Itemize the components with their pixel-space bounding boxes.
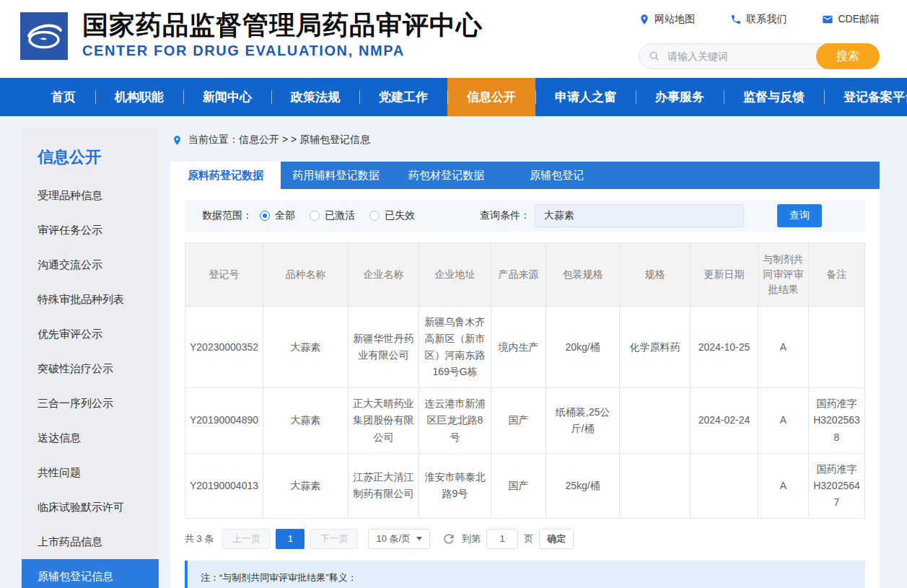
nav-item-party-building[interactable]: 党建工作 xyxy=(359,78,447,116)
contact-us-link-label: 联系我们 xyxy=(746,13,786,26)
cell-update-date xyxy=(691,453,758,518)
breadcrumb: 当前位置：信息公开 > > 原辅包登记信息 xyxy=(172,133,880,147)
content-panel: 数据范围： 全部 已激活 已失效 查询条件： xyxy=(170,189,880,588)
col-update-date: 更新日期 xyxy=(691,243,758,307)
table-row: Y20230000352 大蒜素 新疆华世丹药业有限公司 新疆乌鲁木齐高新区（新… xyxy=(185,307,865,388)
col-registration-no: 登记号 xyxy=(185,243,263,307)
site-header: 国家药品监督管理局药品审评中心 CENTER FOR DRUG EVALUATI… xyxy=(0,0,907,78)
cell-spec xyxy=(620,388,691,453)
tab-raw-excipient-packaging[interactable]: 原辅包登记 xyxy=(501,162,612,189)
nav-item-news[interactable]: 新闻中心 xyxy=(183,78,271,116)
header-search: 搜索 xyxy=(639,43,880,69)
col-company-address: 企业地址 xyxy=(419,243,491,307)
site-search-button[interactable]: 搜索 xyxy=(816,43,880,69)
page-size-value: 10 条/页 xyxy=(376,532,411,545)
page-size-select[interactable]: 10 条/页 xyxy=(368,529,430,549)
cell-update-date: 2024-02-24 xyxy=(691,388,758,453)
sidebar-item-marketed-drugs[interactable]: 上市药品信息 xyxy=(22,525,159,559)
cell-product-source: 境内生产 xyxy=(491,307,546,388)
cell-registration-no: Y20190004890 xyxy=(185,388,263,453)
cell-company-address: 连云港市新浦区巨龙北路8号 xyxy=(419,388,491,453)
col-product-name: 品种名称 xyxy=(263,243,349,307)
sidebar-item-review-tasks[interactable]: 审评任务公示 xyxy=(22,213,159,247)
sitemap-link-label: 网站地图 xyxy=(654,13,695,26)
goto-confirm-button[interactable]: 确定 xyxy=(539,529,574,549)
cell-remarks: 国药准字H32025647 xyxy=(809,453,865,518)
content: 当前位置：信息公开 > > 原辅包登记信息 原料药登记数据 药用辅料登记数据 药… xyxy=(170,128,880,588)
sidebar-item-three-in-one-sequence[interactable]: 三合一序列公示 xyxy=(22,386,159,421)
nav-item-organization[interactable]: 机构职能 xyxy=(95,78,183,116)
cell-joint-review-result: A xyxy=(758,307,809,388)
cde-mail-link[interactable]: CDE邮箱 xyxy=(822,13,880,26)
sidebar-item-accepted-products[interactable]: 受理品种信息 xyxy=(22,178,159,213)
radio-all-label: 全部 xyxy=(275,209,295,222)
radio-activated[interactable]: 已激活 xyxy=(310,209,355,222)
sidebar-item-common-issues[interactable]: 共性问题 xyxy=(22,455,159,490)
sidebar-item-clinical-trial-license[interactable]: 临床试验默示许可 xyxy=(22,490,159,525)
radio-all[interactable]: 全部 xyxy=(260,209,295,222)
location-pin-icon xyxy=(172,134,183,146)
cell-product-name: 大蒜素 xyxy=(263,307,349,388)
header-right: 网站地图 联系我们 CDE邮箱 搜索 xyxy=(639,12,880,69)
col-packaging-spec: 包装规格 xyxy=(546,243,620,307)
cell-joint-review-result: A xyxy=(758,453,809,518)
nav-item-policies[interactable]: 政策法规 xyxy=(271,78,359,116)
sidebar-title: 信息公开 xyxy=(22,128,159,178)
radio-expired[interactable]: 已失效 xyxy=(369,209,415,222)
breadcrumb-text: 当前位置：信息公开 > > 原辅包登记信息 xyxy=(188,133,370,146)
pagination: 共 3 条 上一页 1 下一页 10 条/页 到第 页 确定 xyxy=(185,529,865,549)
goto-page-input[interactable] xyxy=(486,529,518,549)
radio-dot-icon xyxy=(369,211,380,221)
radio-expired-label: 已失效 xyxy=(385,209,415,222)
cell-spec: 化学原料药 xyxy=(620,307,691,388)
main-nav: 首页 机构职能 新闻中心 政策法规 党建工作 信息公开 申请人之窗 办事服务 监… xyxy=(0,78,907,116)
nav-item-info-disclosure[interactable]: 信息公开 xyxy=(447,78,535,116)
cell-update-date: 2024-10-25 xyxy=(691,307,758,388)
nav-item-registration-platform[interactable]: 登记备案平台 xyxy=(824,78,907,116)
nav-item-home[interactable]: 首页 xyxy=(32,78,95,116)
nav-item-applicant-window[interactable]: 申请人之窗 xyxy=(535,78,636,116)
sitemap-link[interactable]: 网站地图 xyxy=(639,13,695,26)
sidebar-item-communication[interactable]: 沟通交流公示 xyxy=(22,247,159,282)
tab-packaging-registration[interactable]: 药包材登记数据 xyxy=(391,162,501,189)
prev-page-button[interactable]: 上一页 xyxy=(222,529,270,549)
sidebar-item-special-approval-list[interactable]: 特殊审批品种列表 xyxy=(22,282,159,317)
cell-company-name: 新疆华世丹药业有限公司 xyxy=(349,307,419,388)
sidebar-item-delivery-info[interactable]: 送达信息 xyxy=(22,421,159,455)
sidebar-item-priority-review[interactable]: 优先审评公示 xyxy=(22,317,159,351)
col-remarks: 备注 xyxy=(809,243,865,307)
cell-remarks: 国药准字H32025638 xyxy=(809,388,865,453)
nav-item-services[interactable]: 办事服务 xyxy=(636,78,724,116)
query-input[interactable] xyxy=(535,204,744,227)
col-product-source: 产品来源 xyxy=(491,243,546,307)
query-button[interactable]: 查询 xyxy=(777,204,822,227)
query-label: 查询条件： xyxy=(480,209,530,222)
cell-company-address: 淮安市韩泰北路9号 xyxy=(419,453,491,518)
sidebar-item-breakthrough-therapy[interactable]: 突破性治疗公示 xyxy=(22,351,159,386)
page-number-1[interactable]: 1 xyxy=(276,529,304,549)
contact-us-link[interactable]: 联系我们 xyxy=(730,13,786,26)
next-page-button[interactable]: 下一页 xyxy=(310,529,358,549)
sidebar-item-raw-excipient-packaging[interactable]: 原辅包登记信息 xyxy=(22,559,159,588)
tab-api-registration[interactable]: 原料药登记数据 xyxy=(170,162,281,189)
cell-joint-review-result: A xyxy=(758,388,809,453)
nav-item-supervision-feedback[interactable]: 监督与反馈 xyxy=(724,78,824,116)
cell-registration-no: Y20230000352 xyxy=(185,307,263,388)
cell-remarks xyxy=(809,307,865,388)
envelope-icon xyxy=(822,14,833,25)
radio-dot-icon xyxy=(260,211,270,221)
keyword-search-input[interactable] xyxy=(666,50,810,63)
col-company-name: 企业名称 xyxy=(349,243,419,307)
table-row: Y20190004013 大蒜素 江苏正大清江制药有限公司 淮安市韩泰北路9号 … xyxy=(185,453,865,518)
tab-excipient-registration[interactable]: 药用辅料登记数据 xyxy=(281,162,391,189)
cell-company-name: 正大天晴药业集团股份有限公司 xyxy=(349,388,419,453)
table-row: Y20190004890 大蒜素 正大天晴药业集团股份有限公司 连云港市新浦区巨… xyxy=(185,388,865,453)
cde-mail-link-label: CDE邮箱 xyxy=(838,13,880,26)
site-subtitle: CENTER FOR DRUG EVALUATION, NMPA xyxy=(82,43,483,59)
filterbar: 数据范围： 全部 已激活 已失效 查询条件： xyxy=(185,200,865,232)
table-header-row: 登记号 品种名称 企业名称 企业地址 产品来源 包装规格 规格 更新日期 与制剂… xyxy=(185,243,865,307)
cell-company-address: 新疆乌鲁木齐高新区（新市区）河南东路169号G栋 xyxy=(419,307,491,388)
refresh-icon[interactable] xyxy=(442,532,456,546)
cell-product-source: 国产 xyxy=(491,453,546,518)
site-title: 国家药品监督管理局药品审评中心 xyxy=(82,11,483,40)
